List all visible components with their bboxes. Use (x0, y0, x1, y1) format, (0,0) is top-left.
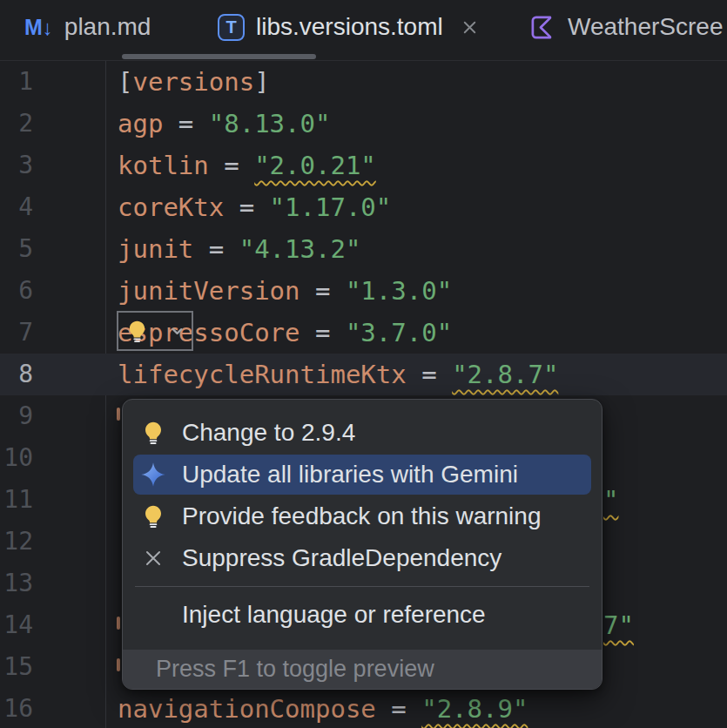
intention-popup: Change to 2.9.4Update all libraries with… (122, 399, 602, 690)
popup-item-label: Change to 2.9.4 (182, 419, 355, 447)
occluded-code-sliver (117, 408, 120, 421)
code-line[interactable]: junit = "4.13.2" (118, 228, 360, 270)
tab-label: WeatherScree (568, 13, 723, 41)
code-segment-key: kotlin (118, 151, 209, 180)
code-segment-op: = (300, 318, 346, 347)
line-number: 5 (0, 228, 33, 270)
occluded-code-sliver (117, 658, 120, 671)
lightbulb-icon (140, 420, 166, 446)
ide-window: plan.md libs.versions.toml WeatherScree … (0, 0, 727, 728)
code-segment-op: = (376, 694, 421, 724)
code-line[interactable]: agp = "8.13.0" (118, 103, 330, 145)
popup-item[interactable]: Suppress GradleDependency (123, 537, 602, 579)
line-number: 11 (0, 479, 33, 521)
code-segment-op: = (407, 360, 452, 389)
line-number: 12 (0, 521, 33, 563)
tab-libs-versions-toml[interactable]: libs.versions.toml (218, 0, 480, 54)
code-segment-op: = (163, 109, 208, 138)
editor-line: 16navigationCompose = "2.8.9" (0, 688, 727, 728)
occluded-code-fragment: " (603, 479, 618, 521)
toml-icon (218, 14, 245, 41)
code-segment-key: lifecycleRuntimeKtx (118, 360, 407, 389)
code-segment-strw: "2.0.21" (254, 151, 376, 180)
line-number: 7 (0, 312, 33, 354)
code-segment-str: "1.17.0" (270, 192, 392, 222)
code-line[interactable]: navigationCompose = "2.8.9" (118, 688, 528, 728)
code-segment-punct: [ (118, 67, 132, 97)
editor-line: 3kotlin = "2.0.21" (0, 145, 727, 186)
line-number: 1 (0, 61, 33, 103)
code-segment-key: junitVersion (118, 276, 300, 306)
code-segment-key: navigationCompose (118, 694, 376, 724)
code-segment-op: = (300, 276, 346, 306)
code-line[interactable]: kotlin = "2.0.21" (118, 145, 376, 186)
lightbulb-icon (140, 503, 166, 529)
line-number: 10 (0, 437, 33, 479)
editor-line: 1[versions] (0, 61, 727, 103)
code-segment-str: "8.13.0" (209, 109, 331, 138)
popup-footer-hint: Press F1 to toggle preview (156, 656, 434, 683)
line-number: 2 (0, 103, 33, 145)
editor-line: 4coreKtx = "1.17.0" (0, 186, 727, 228)
popup-item-label: Update all libraries with Gemini (182, 461, 518, 489)
line-number: 8 (0, 354, 33, 395)
code-segment-key: coreKtx (118, 192, 224, 222)
editor-line: 7espressoCore = "3.7.0" (0, 312, 727, 354)
editor-tab-bar: plan.md libs.versions.toml WeatherScree (0, 0, 727, 61)
code-line[interactable]: junitVersion = "1.3.0" (118, 270, 452, 312)
gemini-icon (140, 462, 166, 488)
code-segment-op: = (209, 151, 254, 180)
editor-line: 8lifecycleRuntimeKtx = "2.8.7" (0, 354, 727, 395)
code-segment-op: = (193, 234, 239, 264)
popup-item[interactable]: Change to 2.9.4 (123, 412, 602, 454)
code-segment-strw: "2.8.7" (452, 360, 558, 389)
line-number: 6 (0, 270, 33, 312)
code-segment-str: "3.7.0" (346, 318, 452, 347)
popup-footer: Press F1 to toggle preview (123, 650, 602, 689)
editor-line: 5junit = "4.13.2" (0, 228, 727, 270)
close-icon[interactable] (460, 17, 480, 37)
kotlin-icon (529, 14, 556, 41)
close-icon (140, 545, 166, 571)
popup-item[interactable]: Inject language or reference (123, 594, 602, 636)
code-line[interactable]: lifecycleRuntimeKtx = "2.8.7" (118, 354, 558, 395)
chevron-down-icon (169, 323, 185, 340)
occluded-code-fragment: 7" (603, 604, 634, 646)
code-segment-str: "4.13.2" (239, 234, 361, 264)
code-segment-key: junit (118, 234, 193, 264)
occluded-code-sliver (117, 617, 120, 630)
tab-weather-screen[interactable]: WeatherScree (529, 0, 723, 54)
code-line[interactable]: [versions] (118, 61, 270, 103)
code-line[interactable]: coreKtx = "1.17.0" (118, 186, 391, 228)
editor-line: 6junitVersion = "1.3.0" (0, 270, 727, 312)
line-number: 4 (0, 186, 33, 228)
popup-item-label: Provide feedback on this warning (182, 502, 541, 530)
line-number: 9 (0, 395, 33, 437)
editor-line: 2agp = "8.13.0" (0, 103, 727, 145)
line-number: 16 (0, 688, 33, 728)
popup-item-label: Inject language or reference (182, 601, 486, 629)
lightbulb-icon (125, 319, 150, 344)
code-segment-str: "1.3.0" (346, 276, 452, 306)
tab-label: plan.md (64, 13, 151, 41)
line-number: 3 (0, 145, 33, 186)
popup-item-label: Suppress GradleDependency (182, 544, 501, 572)
line-number: 15 (0, 646, 33, 688)
tab-label: libs.versions.toml (256, 13, 443, 41)
markdown-icon (24, 13, 53, 41)
line-number: 13 (0, 563, 33, 604)
intention-bulb-widget[interactable] (117, 311, 193, 351)
popup-item[interactable]: Provide feedback on this warning (123, 495, 602, 537)
code-segment-op: = (224, 192, 269, 222)
code-segment-key: versions (132, 67, 254, 97)
popup-separator (123, 579, 602, 594)
code-segment-strw: "2.8.9" (421, 694, 528, 724)
tab-plan-md[interactable]: plan.md (24, 0, 151, 54)
line-number: 14 (0, 604, 33, 646)
code-segment-key: agp (118, 109, 163, 138)
tab-strip-scrollbar-thumb[interactable] (122, 54, 316, 59)
popup-item[interactable]: Update all libraries with Gemini (123, 454, 602, 495)
code-segment-punct: ] (254, 67, 269, 97)
